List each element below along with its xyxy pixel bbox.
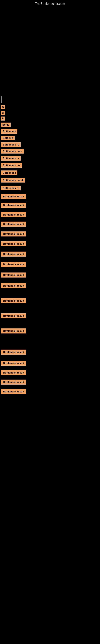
bottleneck-label-21: Bottleneck result — [1, 262, 26, 267]
list-item: Bottleneck result — [1, 350, 100, 354]
list-item: Bottleneck result — [1, 298, 100, 303]
list-item: Bottleneck result — [1, 328, 100, 334]
bottleneck-label-18: Bottleneck result — [1, 232, 26, 236]
list-item: Bottlene — [1, 136, 100, 140]
list-item: Bottleneck result — [1, 313, 100, 318]
main-content-area — [1, 8, 99, 96]
site-title-container: TheBottlenecker.com — [0, 0, 100, 8]
bottleneck-label-25: Bottleneck result — [1, 313, 26, 318]
bottleneck-label-2: B — [1, 111, 5, 115]
list-item: Bottleneck result — [1, 232, 100, 236]
labels-container: B B B Bottle Bottleneck Bottlene Bottlen… — [0, 105, 100, 394]
list-item: B — [1, 105, 100, 109]
bottleneck-label-27: Bottleneck result — [1, 350, 26, 354]
list-item: Bottleneck result — [1, 361, 100, 366]
list-item: Bottleneck re — [1, 186, 100, 190]
list-item: Bottleneck result — [1, 380, 100, 384]
bottleneck-label-19: Bottleneck result — [1, 241, 26, 246]
list-item: Bottleneck res — [1, 163, 100, 168]
list-item: Bottleneck result — [1, 389, 100, 394]
bottleneck-label-22: Bottleneck result — [1, 272, 26, 278]
bottleneck-label-8: Bottleneck resu — [1, 149, 24, 154]
bottleneck-label-13: Bottleneck re — [1, 186, 21, 190]
bottleneck-label-17: Bottleneck result — [1, 222, 26, 226]
bottleneck-label-6: Bottlene — [1, 136, 15, 140]
list-item: Bottleneck re — [1, 142, 100, 147]
bottleneck-label-9: Bottleneck re — [1, 156, 21, 160]
list-item: Bottleneck re — [1, 156, 100, 160]
bottleneck-label-11: Bottleneck — [1, 170, 17, 175]
vertical-indicator — [1, 96, 1, 103]
list-item: Bottleneck result — [1, 241, 100, 246]
bottleneck-label-24: Bottleneck result — [1, 298, 26, 303]
list-item: Bottleneck result — [1, 252, 100, 256]
bottleneck-label-26: Bottleneck result — [1, 328, 26, 334]
bottleneck-label-1: B — [1, 105, 5, 109]
bottleneck-label-16: Bottleneck result — [1, 212, 26, 217]
bottleneck-label-7: Bottleneck re — [1, 142, 21, 147]
list-item: Bottleneck result — [1, 212, 100, 217]
bottleneck-label-12: Bottleneck result — [1, 178, 25, 182]
list-item: Bottleneck resu — [1, 149, 100, 154]
bottleneck-label-28: Bottleneck result — [1, 361, 26, 366]
list-item: Bottleneck result — [1, 194, 100, 199]
bottleneck-label-15: Bottleneck result — [1, 203, 26, 208]
bottleneck-label-29: Bottleneck result — [1, 370, 26, 375]
list-item: Bottleneck — [1, 129, 100, 134]
bottleneck-label-30: Bottleneck result — [1, 380, 26, 384]
list-item: Bottle — [1, 122, 100, 127]
list-item: Bottleneck result — [1, 370, 100, 375]
list-item: B — [1, 111, 100, 115]
site-title: TheBottlenecker.com — [35, 2, 65, 6]
bottleneck-label-3: B — [1, 116, 5, 120]
list-item: Bottleneck result — [1, 262, 100, 267]
list-item: B — [1, 116, 100, 120]
bottleneck-label-5: Bottleneck — [1, 129, 17, 134]
bottleneck-label-20: Bottleneck result — [1, 252, 26, 256]
bottleneck-label-10: Bottleneck res — [1, 163, 22, 168]
bottleneck-label-23: Bottleneck result — [1, 283, 26, 288]
list-item: Bottleneck result — [1, 222, 100, 226]
bottleneck-label-4: Bottle — [1, 122, 11, 127]
list-item: Bottleneck — [1, 170, 100, 175]
list-item: Bottleneck result — [1, 178, 100, 182]
bottleneck-label-31: Bottleneck result — [1, 389, 26, 394]
list-item: Bottleneck result — [1, 203, 100, 208]
list-item: Bottleneck result — [1, 283, 100, 288]
bottleneck-label-14: Bottleneck result — [1, 194, 26, 199]
list-item: Bottleneck result — [1, 272, 100, 278]
